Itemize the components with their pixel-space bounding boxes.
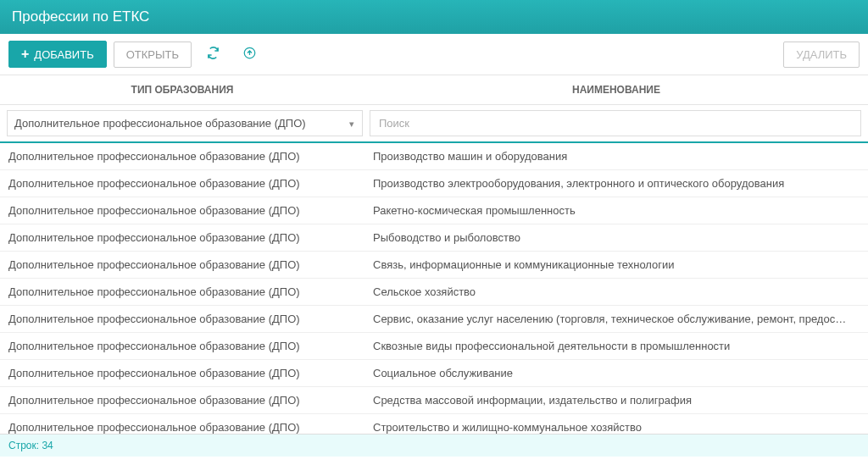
table-row[interactable]: Дополнительное профессиональное образова… xyxy=(0,143,868,170)
column-header-name: НАИМЕНОВАНИЕ xyxy=(364,75,868,104)
table-row[interactable]: Дополнительное профессиональное образова… xyxy=(0,306,868,333)
table-row[interactable]: Дополнительное профессиональное образова… xyxy=(0,387,868,414)
table-row[interactable]: Дополнительное профессиональное образова… xyxy=(0,414,868,434)
cell-name: Рыбоводство и рыболовство xyxy=(373,231,860,244)
cell-type: Дополнительное профессиональное образова… xyxy=(8,231,373,244)
type-filter-select[interactable]: Дополнительное профессиональное образова… xyxy=(7,110,363,136)
cell-type: Дополнительное профессиональное образова… xyxy=(8,177,373,190)
cell-type: Дополнительное профессиональное образова… xyxy=(8,285,373,298)
add-button-label: ДОБАВИТЬ xyxy=(34,48,93,61)
cell-name: Сельское хозяйство xyxy=(373,285,860,298)
name-search-input[interactable] xyxy=(370,110,861,136)
page-header: Профессии по ЕТКС xyxy=(0,0,868,34)
cell-name: Связь, информационные и коммуникационные… xyxy=(373,258,860,271)
cell-name: Социальное обслуживание xyxy=(373,367,860,379)
cell-type: Дополнительное профессиональное образова… xyxy=(8,150,373,163)
page-title: Профессии по ЕТКС xyxy=(12,8,149,25)
grid-footer: Строк: 34 xyxy=(0,434,868,457)
cell-name: Средства массовой информации, издательст… xyxy=(373,394,860,407)
cell-name: Сервис, оказание услуг населению (торгов… xyxy=(373,313,860,325)
upload-icon xyxy=(243,47,256,62)
column-header-type: ТИП ОБРАЗОВАНИЯ xyxy=(0,75,364,104)
cell-type: Дополнительное профессиональное образова… xyxy=(8,258,373,271)
open-button-label: ОТКРЫТЬ xyxy=(126,48,179,61)
cell-type: Дополнительное профессиональное образова… xyxy=(8,421,373,434)
delete-button[interactable]: УДАЛИТЬ xyxy=(783,42,860,68)
table-row[interactable]: Дополнительное профессиональное образова… xyxy=(0,333,868,360)
cell-type: Дополнительное профессиональное образова… xyxy=(8,367,373,379)
row-count-label: Строк: 34 xyxy=(8,440,53,451)
upload-button[interactable] xyxy=(235,42,264,67)
table-row[interactable]: Дополнительное профессиональное образова… xyxy=(0,279,868,306)
cell-name: Ракетно-космическая промышленность xyxy=(373,204,860,217)
type-filter-wrap: Дополнительное профессиональное образова… xyxy=(7,110,363,136)
add-button[interactable]: + ДОБАВИТЬ xyxy=(8,41,107,68)
cell-type: Дополнительное профессиональное образова… xyxy=(8,313,373,325)
table-row[interactable]: Дополнительное профессиональное образова… xyxy=(0,360,868,387)
toolbar: + ДОБАВИТЬ ОТКРЫТЬ УДАЛИТЬ xyxy=(0,34,868,75)
delete-button-label: УДАЛИТЬ xyxy=(796,48,847,61)
refresh-icon xyxy=(207,47,220,62)
open-button[interactable]: ОТКРЫТЬ xyxy=(114,42,192,68)
table-row[interactable]: Дополнительное профессиональное образова… xyxy=(0,252,868,279)
cell-name: Производство машин и оборудования xyxy=(373,150,860,163)
filter-row: Дополнительное профессиональное образова… xyxy=(0,105,868,143)
cell-name: Строительство и жилищно-коммунальное хоз… xyxy=(373,421,860,434)
cell-type: Дополнительное профессиональное образова… xyxy=(8,204,373,217)
plus-icon: + xyxy=(21,47,29,61)
cell-type: Дополнительное профессиональное образова… xyxy=(8,394,373,407)
table-row[interactable]: Дополнительное профессиональное образова… xyxy=(0,224,868,252)
cell-type: Дополнительное профессиональное образова… xyxy=(8,340,373,352)
table-row[interactable]: Дополнительное профессиональное образова… xyxy=(0,170,868,197)
cell-name: Сквозные виды профессиональной деятельно… xyxy=(373,340,860,352)
grid-header: ТИП ОБРАЗОВАНИЯ НАИМЕНОВАНИЕ xyxy=(0,75,868,105)
table-row[interactable]: Дополнительное профессиональное образова… xyxy=(0,197,868,224)
cell-name: Производство электрооборудования, электр… xyxy=(373,177,860,190)
grid-body[interactable]: Дополнительное профессиональное образова… xyxy=(0,143,868,434)
refresh-button[interactable] xyxy=(198,42,228,67)
